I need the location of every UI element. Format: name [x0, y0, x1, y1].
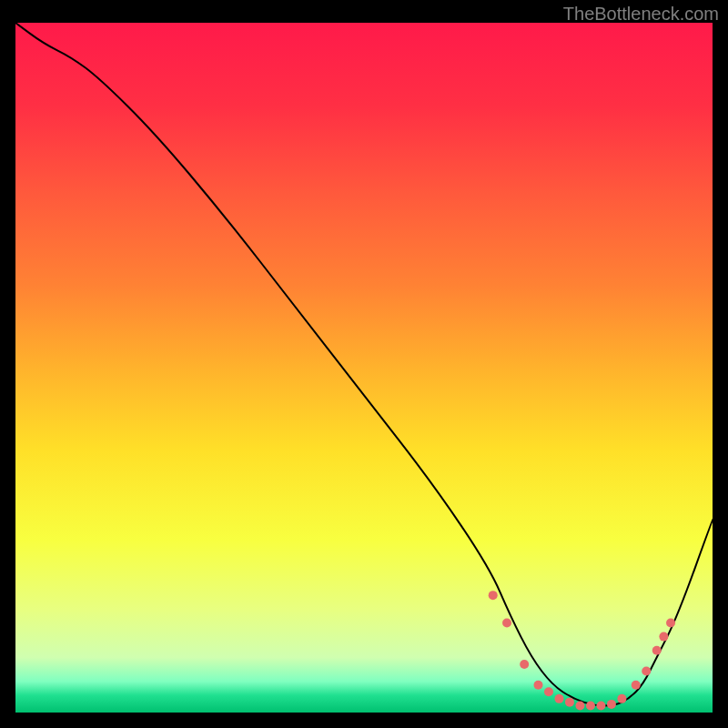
- data-point: [586, 701, 595, 710]
- data-point: [565, 698, 574, 707]
- data-point: [502, 618, 511, 627]
- chart-container: TheBottleneck.com: [0, 0, 728, 728]
- gradient-background: [15, 23, 713, 713]
- data-point: [652, 646, 662, 655]
- data-point: [489, 591, 498, 600]
- data-point: [596, 701, 605, 710]
- attribution-text: TheBottleneck.com: [563, 4, 719, 25]
- plot-area: [15, 23, 713, 713]
- data-point: [617, 694, 626, 703]
- data-point: [544, 687, 553, 696]
- data-point: [607, 700, 616, 709]
- data-point: [659, 632, 668, 642]
- data-point: [554, 694, 563, 703]
- data-point: [632, 681, 641, 690]
- data-point: [534, 681, 543, 690]
- chart-svg: [15, 23, 713, 713]
- data-point: [666, 618, 675, 627]
- data-point: [642, 667, 651, 676]
- data-point: [520, 660, 529, 669]
- data-point: [575, 701, 584, 710]
